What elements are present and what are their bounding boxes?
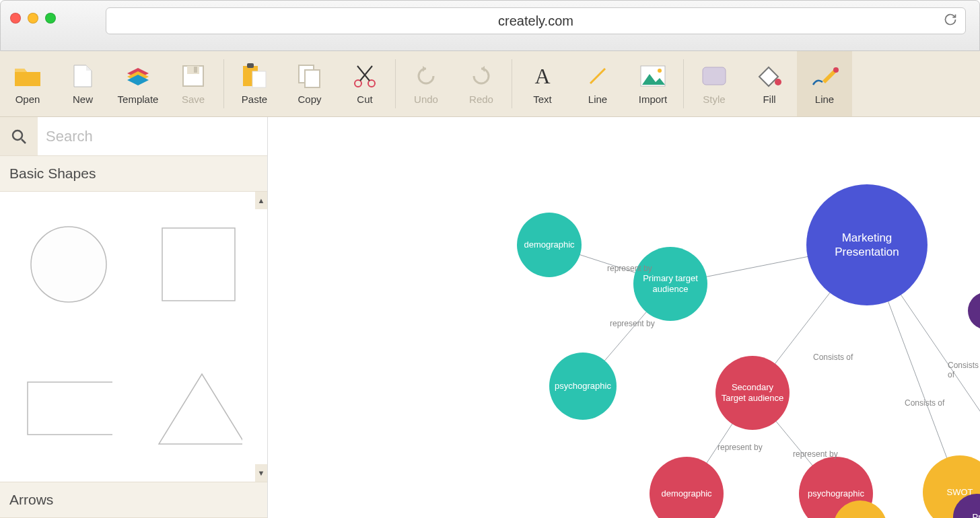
fill-button[interactable]: Fill: [742, 51, 797, 116]
style-button[interactable]: Style: [687, 51, 742, 116]
edges-layer: [268, 117, 980, 518]
window-controls: [10, 13, 56, 24]
shape-rectangle[interactable]: [25, 365, 112, 453]
save-icon: [178, 63, 208, 89]
shape-triangle[interactable]: [155, 365, 242, 453]
main-area: Basic Shapes ▲ ▼ Arrows: [0, 117, 980, 518]
svg-point-15: [775, 79, 781, 85]
folder-icon: [13, 63, 42, 89]
save-label: Save: [182, 94, 205, 105]
cut-label: Cut: [357, 94, 372, 105]
style-label: Style: [703, 94, 725, 105]
svg-line-11: [590, 69, 605, 83]
svg-point-16: [833, 67, 839, 73]
toolbar-separator: [683, 59, 684, 108]
browser-chrome: creately.com: [0, 0, 980, 51]
import-button[interactable]: Import: [625, 51, 680, 116]
scroll-up-icon[interactable]: ▲: [255, 192, 267, 209]
reload-icon[interactable]: [944, 13, 957, 30]
undo-label: Undo: [414, 94, 438, 105]
new-label: New: [73, 94, 93, 105]
shape-square[interactable]: [155, 221, 242, 308]
search-input[interactable]: [38, 117, 267, 155]
edge-label: represent by: [607, 264, 652, 273]
url-bar[interactable]: creately.com: [106, 7, 966, 34]
text-tool-button[interactable]: A Text: [515, 51, 570, 116]
template-button[interactable]: Template: [110, 51, 166, 116]
new-file-icon: [68, 63, 98, 89]
edge-label: represent by: [610, 319, 655, 328]
diagram-node[interactable]: psychographic: [549, 353, 617, 420]
template-icon: [123, 63, 153, 89]
maximize-window-icon[interactable]: [45, 13, 56, 24]
line-style-label: Line: [815, 94, 834, 105]
toolbar-separator: [395, 59, 396, 108]
minimize-window-icon[interactable]: [28, 13, 38, 24]
undo-button[interactable]: Undo: [398, 51, 454, 116]
new-button[interactable]: New: [55, 51, 110, 116]
toolbar-separator: [223, 59, 224, 108]
url-text: creately.com: [498, 13, 573, 29]
svg-rect-14: [703, 67, 726, 85]
edge-label: represent by: [793, 449, 838, 459]
style-icon: [699, 63, 729, 89]
scroll-down-icon[interactable]: ▼: [255, 464, 267, 482]
diagram-canvas[interactable]: Marketing PresentationPrimary target aud…: [268, 117, 980, 518]
diagram-node[interactable]: demographic: [517, 213, 582, 277]
open-button[interactable]: Open: [0, 51, 55, 116]
svg-rect-1: [187, 66, 199, 74]
svg-point-13: [658, 69, 662, 73]
svg-text:A: A: [534, 65, 550, 87]
cut-button[interactable]: Cut: [337, 51, 392, 116]
edge-label: Consists of: [948, 361, 980, 379]
svg-point-9: [368, 80, 375, 87]
text-icon: A: [528, 63, 557, 89]
redo-button[interactable]: Redo: [454, 51, 509, 116]
svg-rect-2: [194, 67, 197, 73]
redo-icon: [466, 63, 496, 89]
close-window-icon[interactable]: [10, 13, 21, 24]
arrows-header[interactable]: Arrows: [0, 482, 267, 518]
copy-icon: [295, 63, 324, 89]
edge-label: Consists of: [813, 353, 853, 362]
import-icon: [638, 63, 668, 89]
edge-label: represent by: [718, 443, 763, 452]
basic-shapes-label: Basic Shapes: [9, 165, 96, 181]
shapes-sidebar: Basic Shapes ▲ ▼ Arrows: [0, 117, 268, 518]
shape-palette: [0, 192, 267, 482]
redo-label: Redo: [469, 94, 493, 105]
svg-line-18: [22, 139, 26, 143]
paste-label: Paste: [242, 94, 267, 105]
fill-label: Fill: [763, 94, 775, 105]
import-label: Import: [639, 94, 668, 105]
save-button[interactable]: Save: [166, 51, 221, 116]
svg-rect-21: [28, 382, 112, 435]
copy-button[interactable]: Copy: [282, 51, 337, 116]
paste-icon: [240, 63, 269, 89]
open-label: Open: [15, 94, 40, 105]
template-label: Template: [118, 94, 159, 105]
svg-point-19: [31, 227, 106, 302]
copy-label: Copy: [298, 94, 321, 105]
diagram-node[interactable]: Marketing Presentation: [806, 184, 928, 305]
svg-rect-5: [252, 71, 266, 87]
shape-circle[interactable]: [25, 221, 112, 308]
diagram-node[interactable]: Primary target audience: [633, 247, 707, 321]
svg-rect-4: [247, 63, 254, 68]
line-style-button[interactable]: Line: [797, 51, 852, 116]
paste-button[interactable]: Paste: [227, 51, 282, 116]
toolbar-separator: [512, 59, 512, 108]
line-icon: [583, 63, 612, 89]
fill-icon: [755, 63, 784, 89]
text-label: Text: [533, 94, 552, 105]
toolbar: Open New Template Save Paste: [0, 51, 980, 117]
diagram-node[interactable]: Secondary Target audience: [715, 356, 790, 430]
line-tool-button[interactable]: Line: [570, 51, 625, 116]
search-icon[interactable]: [0, 117, 38, 155]
arrows-label: Arrows: [9, 492, 53, 507]
svg-point-17: [13, 131, 22, 140]
line-tool-label: Line: [588, 94, 607, 105]
basic-shapes-header[interactable]: Basic Shapes: [0, 156, 267, 192]
svg-rect-20: [162, 228, 235, 301]
cut-icon: [350, 63, 380, 89]
